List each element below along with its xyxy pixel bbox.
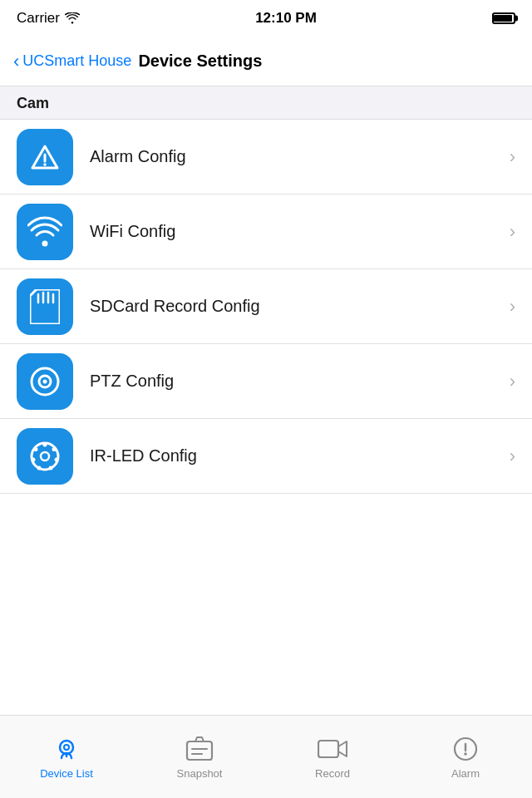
- wifi-status-icon: [65, 12, 80, 24]
- sdcard-config-icon-bg: [17, 278, 73, 335]
- device-list-icon: [52, 734, 81, 764]
- content-area: Cam Alarm Config ›: [0, 86, 532, 715]
- snapshot-icon: [185, 734, 214, 764]
- tab-snapshot[interactable]: Snapshot: [133, 716, 266, 798]
- menu-item-sdcard-config[interactable]: SDCard Record Config ›: [0, 269, 532, 344]
- irled-config-label: IR-LED Config: [90, 446, 510, 466]
- svg-rect-21: [187, 741, 212, 760]
- menu-list: Alarm Config › WiFi Config ›: [0, 120, 532, 494]
- tab-bar: Device List Snapshot Record: [0, 715, 532, 798]
- tab-device-list[interactable]: Device List: [0, 716, 133, 798]
- alarm-config-icon-bg: [17, 129, 73, 185]
- svg-point-20: [64, 745, 69, 750]
- svg-point-17: [32, 457, 36, 461]
- alarm-config-chevron-icon: ›: [510, 146, 515, 168]
- sdcard-icon: [30, 289, 60, 324]
- page-title: Device Settings: [138, 52, 262, 71]
- svg-point-12: [43, 442, 47, 446]
- back-button[interactable]: ‹ UCSmart House: [13, 52, 131, 71]
- ptz-icon: [27, 364, 62, 399]
- back-label: UCSmart House: [22, 52, 131, 70]
- section-header-label: Cam: [17, 95, 49, 111]
- irled-icon: [27, 439, 62, 474]
- wifi-config-chevron-icon: ›: [510, 221, 515, 243]
- tab-alarm[interactable]: Alarm: [399, 716, 532, 798]
- alarm-triangle-icon: [28, 140, 62, 174]
- menu-item-irled-config[interactable]: IR-LED Config ›: [0, 419, 532, 494]
- svg-point-16: [37, 466, 42, 470]
- battery-icon: [492, 12, 515, 24]
- alarm-tab-icon: [451, 734, 480, 764]
- svg-point-9: [43, 379, 47, 383]
- wifi-config-label: WiFi Config: [90, 222, 510, 241]
- svg-point-10: [32, 443, 58, 470]
- menu-item-alarm-config[interactable]: Alarm Config ›: [0, 120, 532, 195]
- ptz-config-icon-bg: [17, 353, 73, 410]
- sdcard-config-label: SDCard Record Config: [90, 297, 510, 316]
- tab-record[interactable]: Record: [266, 716, 399, 798]
- irled-config-icon-bg: [17, 428, 73, 485]
- tab-record-label: Record: [315, 767, 350, 780]
- menu-item-wifi-config[interactable]: WiFi Config ›: [0, 195, 532, 269]
- svg-point-14: [55, 457, 59, 461]
- svg-point-13: [52, 447, 57, 451]
- svg-point-18: [34, 447, 38, 451]
- back-chevron-icon: ‹: [13, 52, 19, 71]
- menu-item-ptz-config[interactable]: PTZ Config ›: [0, 344, 532, 419]
- ptz-config-label: PTZ Config: [90, 372, 510, 391]
- status-bar: Carrier 12:10 PM: [0, 0, 532, 37]
- svg-point-1: [43, 163, 47, 166]
- wifi-config-icon: [27, 216, 62, 248]
- svg-point-2: [42, 240, 48, 246]
- wifi-config-icon-bg: [17, 204, 73, 260]
- alarm-config-label: Alarm Config: [90, 147, 510, 166]
- svg-point-19: [60, 741, 73, 754]
- status-time: 12:10 PM: [255, 10, 317, 27]
- nav-bar: ‹ UCSmart House Device Settings: [0, 37, 532, 86]
- svg-rect-22: [318, 741, 338, 757]
- carrier-text: Carrier: [17, 10, 80, 27]
- sdcard-config-chevron-icon: ›: [510, 296, 515, 318]
- svg-point-15: [49, 466, 53, 470]
- svg-point-25: [464, 752, 467, 756]
- record-icon: [318, 734, 347, 764]
- tab-snapshot-label: Snapshot: [177, 767, 223, 780]
- svg-point-11: [41, 452, 49, 461]
- tab-device-list-label: Device List: [40, 767, 93, 780]
- section-header: Cam: [0, 86, 532, 120]
- ptz-config-chevron-icon: ›: [510, 371, 515, 392]
- tab-alarm-label: Alarm: [451, 767, 480, 780]
- irled-config-chevron-icon: ›: [510, 446, 515, 467]
